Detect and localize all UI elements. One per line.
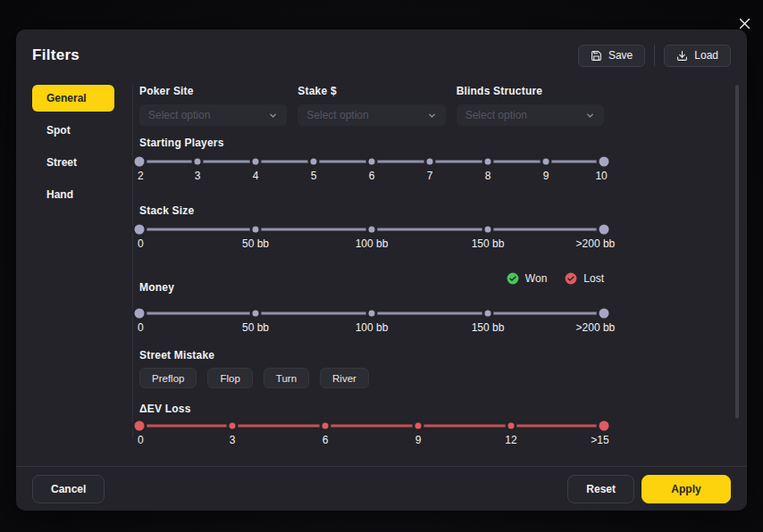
ev-loss-label: ΔEV Loss: [139, 403, 604, 415]
street-chip-flop[interactable]: Flop: [207, 368, 252, 388]
money-handle-200bb[interactable]: [600, 309, 609, 319]
ev-loss-handle-6[interactable]: [323, 423, 329, 429]
legend-label: Lost: [583, 272, 604, 285]
ev-loss-slider[interactable]: [139, 420, 604, 431]
starting-players-handle-6[interactable]: [369, 159, 375, 165]
stake-select[interactable]: Select option: [298, 104, 445, 126]
starting-players-slider[interactable]: [139, 156, 604, 167]
money-section: MoneyWonLost050 bb100 bb150 bb>200 bb: [139, 272, 604, 335]
sidebar-item-label: Street: [46, 156, 77, 169]
street-chip-river[interactable]: River: [320, 368, 369, 388]
starting-players-handle-2[interactable]: [135, 157, 145, 167]
blinds-structure-select[interactable]: Select option: [457, 104, 604, 126]
modal-footer: Cancel Reset Apply: [16, 466, 747, 511]
poker-site-select[interactable]: Select option: [139, 104, 287, 126]
starting-players-tick-label: 9: [543, 170, 549, 182]
modal-header: Filters SaveLoad: [16, 29, 747, 81]
starting-players-handle-4[interactable]: [253, 159, 259, 165]
ev-loss-tick-label: 0: [138, 434, 144, 446]
ev-loss-handle-12[interactable]: [508, 423, 515, 429]
stack-size-handle-200bb[interactable]: [600, 225, 609, 235]
ev-loss-slider-track-line: [141, 425, 602, 428]
money-label: Money: [139, 281, 174, 294]
starting-players-handle-8[interactable]: [485, 159, 491, 165]
stack-size-handle-100bb[interactable]: [369, 227, 375, 233]
ev-loss-handle-3[interactable]: [230, 423, 236, 429]
load-button[interactable]: Load: [664, 45, 731, 67]
street-chip-turn[interactable]: Turn: [264, 368, 309, 388]
sidebar-item-label: Hand: [46, 188, 73, 201]
poker-site-label: Poker Site: [139, 85, 287, 97]
money-tick-label: 100 bb: [356, 321, 389, 334]
ev-loss-tick-label: 9: [415, 434, 422, 446]
money-handle-50bb[interactable]: [253, 311, 259, 317]
starting-players-tick-label: 6: [369, 170, 375, 182]
stack-size-tick-label: >200 bb: [576, 237, 616, 250]
legend-toggle-won[interactable]: Won: [507, 272, 547, 285]
money-head: MoneyWonLost: [139, 272, 604, 294]
chevron-down-icon: [427, 111, 437, 121]
stack-size-label: Stack Size: [139, 204, 604, 217]
cancel-button[interactable]: Cancel: [32, 475, 105, 503]
stack-size-tick-label: 50 bb: [242, 237, 269, 250]
stack-size-slider[interactable]: [139, 224, 604, 235]
poker-site-field: Poker SiteSelect option: [139, 85, 287, 126]
ev-loss-slider-ticks: 036912>15: [139, 434, 604, 447]
stack-size-handle-50bb[interactable]: [253, 227, 259, 233]
filter-tabs-sidebar: GeneralSpotStreetHand: [32, 85, 114, 213]
ev-loss-handle-15[interactable]: [600, 421, 609, 431]
starting-players-tick-label: 8: [485, 170, 491, 182]
sidebar-item-general[interactable]: General: [32, 85, 114, 112]
ev-loss-tick-label: 6: [323, 434, 329, 446]
chevron-down-icon: [585, 111, 595, 121]
sidebar-item-label: General: [46, 92, 87, 104]
page-title: Filters: [32, 46, 80, 64]
filters-content: Poker SiteSelect optionStake $Select opt…: [139, 79, 604, 447]
starting-players-tick-label: 3: [195, 170, 201, 182]
download-icon: [676, 50, 688, 62]
legend-toggle-lost[interactable]: Lost: [565, 272, 604, 285]
reset-button[interactable]: Reset: [567, 475, 634, 503]
stack-size-tick-label: 150 bb: [472, 237, 505, 250]
starting-players-tick-label: 5: [311, 170, 317, 182]
starting-players-handle-5[interactable]: [311, 159, 317, 165]
money-legend: WonLost: [507, 272, 604, 285]
money-handle-150bb[interactable]: [485, 311, 491, 317]
stack-size-handle-0[interactable]: [135, 225, 145, 235]
stack-size-tick-label: 0: [138, 237, 144, 250]
money-handle-0[interactable]: [135, 309, 145, 319]
money-handle-100bb[interactable]: [369, 311, 375, 317]
save-button[interactable]: Save: [578, 45, 645, 67]
starting-players-handle-3[interactable]: [195, 159, 201, 165]
money-slider[interactable]: [139, 308, 604, 319]
stake-placeholder: Select option: [306, 109, 368, 121]
starting-players-handle-7[interactable]: [427, 159, 433, 165]
starting-players-handle-10[interactable]: [600, 157, 609, 167]
starting-players-tick-label: 10: [595, 170, 607, 182]
apply-button[interactable]: Apply: [641, 475, 731, 503]
sidebar-item-spot[interactable]: Spot: [32, 117, 114, 144]
starting-players-tick-label: 7: [427, 170, 433, 182]
scrollbar-thumb[interactable]: [735, 85, 739, 419]
street-chip-preflop[interactable]: Preflop: [139, 368, 197, 388]
ev-loss-tick-label: 3: [230, 434, 236, 446]
stack-size-handle-150bb[interactable]: [485, 227, 491, 233]
ev-loss-tick-label: >15: [591, 434, 608, 446]
filter-selects-row: Poker SiteSelect optionStake $Select opt…: [139, 85, 604, 126]
floppy-icon: [591, 50, 602, 62]
sidebar-item-street[interactable]: Street: [32, 149, 114, 176]
legend-label: Won: [525, 272, 547, 285]
load-button-label: Load: [694, 49, 718, 62]
street-mistake-section: Street Mistake PreflopFlopTurnRiver: [139, 349, 604, 388]
money-tick-label: 50 bb: [242, 321, 269, 334]
filters-modal: Filters SaveLoad GeneralSpotStreetHand P…: [16, 29, 747, 511]
save-button-label: Save: [608, 49, 633, 62]
save-load-group: SaveLoad: [578, 45, 731, 67]
lost-check-circle-icon: [565, 272, 577, 285]
sidebar-item-hand[interactable]: Hand: [32, 181, 114, 208]
starting-players-tick-label: 4: [253, 170, 259, 182]
money-tick-label: 0: [138, 321, 144, 334]
ev-loss-handle-9[interactable]: [415, 423, 422, 429]
ev-loss-handle-0[interactable]: [135, 421, 145, 431]
starting-players-handle-9[interactable]: [543, 159, 549, 165]
